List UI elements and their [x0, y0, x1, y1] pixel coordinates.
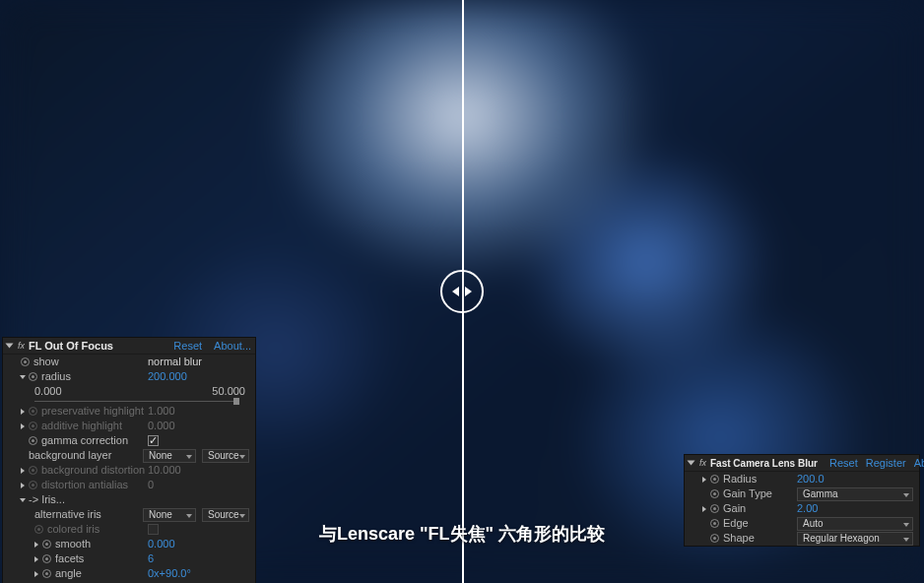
prop-gamma-label: gamma correction	[41, 433, 128, 448]
altiris-track-dropdown[interactable]: Source	[202, 508, 249, 522]
arrow-right-icon	[465, 287, 472, 296]
prop-add-highlight-value[interactable]: 0.000	[148, 420, 175, 431]
effect-title: Fast Camera Lens Blur	[710, 456, 818, 471]
prop-gaintype-label: Gain Type	[723, 486, 772, 501]
shape-dropdown[interactable]: Regular Hexagon	[797, 532, 913, 546]
slider-min: 0.000	[34, 384, 62, 399]
stopwatch-icon[interactable]	[29, 466, 37, 475]
twirl-icon[interactable]	[34, 556, 38, 562]
prop-facets-label: facets	[55, 551, 84, 566]
prop-distaa-label: distortion antialias	[41, 478, 128, 492]
prop-angle-value[interactable]: 0x+90.0°	[148, 567, 191, 579]
radius-slider-thumb[interactable]	[233, 398, 239, 405]
twirl-icon[interactable]	[21, 423, 25, 429]
stopwatch-icon[interactable]	[42, 569, 51, 578]
reset-link[interactable]: Reset	[173, 339, 202, 354]
prop-angle-label: angle	[55, 566, 82, 581]
stopwatch-icon[interactable]	[42, 554, 51, 563]
effect-title: FL Out Of Focus	[29, 339, 113, 354]
stopwatch-icon[interactable]	[29, 407, 37, 416]
prop-radius-value[interactable]: 200.0	[797, 473, 825, 485]
prop-bglayer-label: background layer	[29, 448, 111, 463]
twirl-icon[interactable]	[20, 375, 26, 379]
effect-panel-fl-out-of-focus: fx FL Out Of Focus Reset About... show n…	[2, 337, 256, 583]
twirl-icon[interactable]	[702, 477, 706, 483]
prop-show-value[interactable]: normal blur	[148, 356, 202, 367]
prop-edge-label: Edge	[723, 516, 749, 531]
stopwatch-icon[interactable]	[710, 489, 719, 498]
bglayer-track-dropdown[interactable]: Source	[202, 449, 249, 463]
prop-radius-label: Radius	[723, 472, 757, 486]
radius-slider-track[interactable]	[34, 401, 237, 402]
prop-gain-value[interactable]: 2.00	[797, 502, 818, 514]
comparison-slider-handle[interactable]	[440, 270, 484, 313]
gamma-checkbox[interactable]	[148, 435, 159, 446]
stopwatch-icon[interactable]	[710, 534, 719, 543]
stopwatch-icon[interactable]	[710, 504, 719, 513]
fx-icon[interactable]: fx	[699, 456, 706, 471]
stopwatch-icon[interactable]	[42, 540, 51, 549]
prop-add-highlight-label: additive highlight	[41, 419, 122, 433]
stopwatch-icon[interactable]	[710, 519, 719, 528]
effect-panel-fast-camera-lens-blur: fx Fast Camera Lens Blur Reset Register …	[684, 454, 920, 547]
stopwatch-icon[interactable]	[710, 475, 719, 484]
about-link[interactable]: About...	[214, 339, 251, 354]
stopwatch-icon[interactable]	[29, 481, 37, 489]
prop-smooth-value[interactable]: 0.000	[148, 538, 175, 550]
prop-preserv-highlight-value[interactable]: 1.000	[148, 405, 175, 417]
gaintype-dropdown[interactable]: Gamma	[797, 487, 913, 501]
edge-dropdown[interactable]: Auto	[797, 517, 913, 531]
prop-preserv-highlight-label: preservative highlight	[41, 404, 144, 419]
bglayer-layer-dropdown[interactable]: None	[143, 449, 196, 463]
caption-text: 与Lenscare "FL失焦" 六角形的比较	[319, 522, 605, 546]
group-iris-label: -> Iris...	[29, 492, 65, 507]
stopwatch-icon[interactable]	[29, 372, 37, 381]
prop-radius-label: radius	[41, 369, 71, 384]
fx-icon[interactable]: fx	[18, 339, 25, 354]
prop-gain-label: Gain	[723, 501, 746, 516]
prop-bgdist-label: background distortion	[41, 463, 145, 478]
prop-radius-value[interactable]: 200.000	[148, 370, 187, 382]
twirl-icon[interactable]	[21, 468, 25, 474]
twirl-icon[interactable]	[702, 506, 706, 512]
stopwatch-icon[interactable]	[21, 357, 30, 366]
altiris-layer-dropdown[interactable]: None	[143, 508, 196, 522]
disclosure-icon[interactable]	[688, 461, 695, 466]
twirl-icon[interactable]	[21, 483, 25, 488]
prop-smooth-label: smooth	[55, 537, 91, 551]
prop-facets-value[interactable]: 6	[148, 552, 154, 564]
twirl-icon[interactable]	[21, 409, 25, 415]
about-link[interactable]: About...	[914, 456, 924, 471]
prop-altiris-label: alternative iris	[34, 507, 101, 522]
colorediris-checkbox[interactable]	[148, 524, 159, 535]
prop-show-label: show	[33, 355, 59, 369]
twirl-icon[interactable]	[34, 542, 38, 548]
panel-header-left: fx FL Out Of Focus Reset About...	[3, 338, 255, 355]
stopwatch-icon[interactable]	[29, 436, 37, 445]
prop-colorediris-label: colored iris	[47, 522, 99, 537]
disclosure-icon[interactable]	[6, 344, 14, 349]
reset-link[interactable]: Reset	[829, 456, 858, 471]
twirl-icon[interactable]	[20, 498, 26, 502]
prop-shape-label: Shape	[723, 531, 755, 546]
arrow-left-icon	[452, 287, 459, 296]
prop-bgdist-value[interactable]: 10.000	[148, 464, 181, 476]
slider-max: 50.000	[212, 384, 245, 399]
twirl-icon[interactable]	[34, 571, 38, 577]
panel-header-right: fx Fast Camera Lens Blur Reset Register …	[685, 455, 919, 472]
stopwatch-icon[interactable]	[34, 525, 43, 534]
stopwatch-icon[interactable]	[29, 421, 37, 430]
prop-distaa-value[interactable]: 0	[148, 479, 154, 490]
register-link[interactable]: Register	[866, 456, 906, 471]
